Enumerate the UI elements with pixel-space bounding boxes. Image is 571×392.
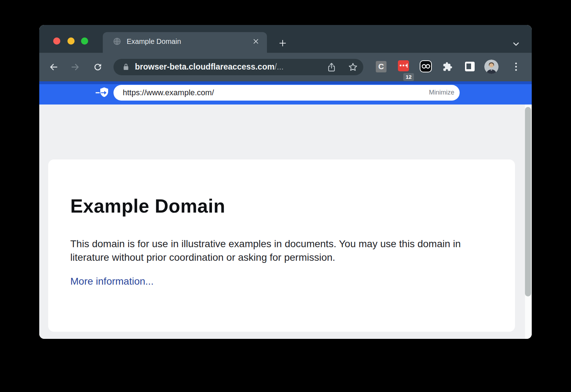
- password-cursor-icon: [407, 63, 408, 68]
- chevron-down-icon[interactable]: [511, 39, 521, 49]
- extensions-puzzle-icon[interactable]: [443, 62, 453, 72]
- page-title: Example Domain: [70, 195, 225, 217]
- address-url-text: browser-beta.cloudflareaccess.com/...: [135, 62, 284, 72]
- browser-menu-button[interactable]: [512, 61, 520, 72]
- zoom-window-button[interactable]: [81, 37, 88, 45]
- two-circles-icon: [421, 63, 431, 70]
- share-icon[interactable]: [327, 62, 337, 72]
- remote-url-field[interactable]: https://www.example.com/ Minimize: [113, 85, 460, 101]
- scrollbar-thumb[interactable]: [525, 107, 531, 296]
- address-domain: browser-beta.cloudflareaccess.com: [135, 62, 274, 71]
- isolation-bar: https://www.example.com/ Minimize: [39, 81, 532, 105]
- close-window-button[interactable]: [53, 37, 60, 45]
- avatar-photo: [484, 60, 499, 74]
- profile-avatar[interactable]: [484, 60, 499, 74]
- bookmark-star-icon[interactable]: [348, 62, 358, 72]
- side-panel-icon: [466, 63, 471, 69]
- reload-button[interactable]: [93, 62, 103, 72]
- extension-goggles-button[interactable]: [420, 60, 432, 72]
- lock-icon: [122, 63, 130, 71]
- isolation-bar-stripe: [39, 81, 532, 84]
- side-panel-button[interactable]: [465, 62, 475, 71]
- browser-toolbar: browser-beta.cloudflareaccess.com/... C: [39, 53, 532, 81]
- back-button[interactable]: [49, 62, 59, 72]
- extension-password-button[interactable]: 12: [398, 60, 409, 71]
- tab-close-icon[interactable]: [252, 37, 260, 45]
- remote-url-text: https://www.example.com/: [123, 88, 214, 97]
- isolation-shield-icon: [96, 86, 111, 100]
- tab-title: Example Domain: [127, 37, 181, 46]
- extension-c-button[interactable]: C: [376, 61, 386, 72]
- password-dots-icon: [400, 65, 407, 66]
- page-viewport: Example Domain This domain is for use in…: [39, 105, 532, 339]
- address-bar[interactable]: browser-beta.cloudflareaccess.com/...: [113, 59, 363, 75]
- forward-button[interactable]: [70, 62, 80, 72]
- more-information-link[interactable]: More information...: [70, 276, 153, 287]
- page-paragraph: This domain is for use in illustrative e…: [70, 237, 482, 264]
- tab-strip: Example Domain: [39, 25, 532, 53]
- example-domain-card: Example Domain This domain is for use in…: [48, 159, 515, 332]
- tab-example-domain[interactable]: Example Domain: [103, 32, 267, 53]
- minimize-window-button[interactable]: [67, 37, 75, 45]
- new-tab-button[interactable]: [278, 39, 287, 47]
- minimize-button[interactable]: Minimize: [429, 89, 454, 96]
- browser-window: Example Domain: [39, 25, 532, 339]
- globe-favicon-icon: [113, 37, 121, 46]
- extension-badge: 12: [403, 73, 414, 81]
- address-path: /...: [274, 62, 284, 71]
